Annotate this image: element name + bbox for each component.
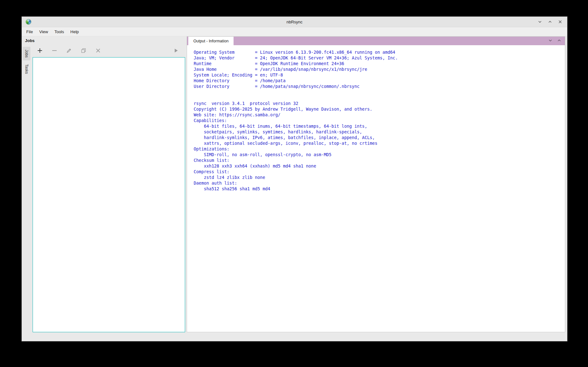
menubar: File View Tools Help: [22, 27, 567, 36]
side-tab-jobs[interactable]: Jobs: [23, 47, 30, 60]
tab-bar-corner-buttons: [547, 37, 565, 45]
minimize-button[interactable]: [537, 19, 543, 25]
tab-output-information[interactable]: Output - Information: [188, 37, 234, 45]
jobs-panel: Jobs Jobs Tasks: [22, 36, 185, 332]
chevron-up-icon: [557, 38, 561, 44]
minus-icon: [52, 48, 57, 54]
remove-job-button[interactable]: [52, 48, 57, 54]
status-bar: [22, 332, 567, 341]
copy-icon: [81, 48, 86, 54]
jobs-panel-title: Jobs: [25, 38, 34, 43]
edit-job-button[interactable]: [66, 48, 72, 54]
tab-list-button[interactable]: [547, 38, 554, 44]
add-job-button[interactable]: [37, 48, 43, 54]
jobs-panel-body: Jobs Tasks: [22, 45, 185, 332]
jobs-panel-content: [31, 45, 185, 332]
app-icon: [26, 19, 31, 25]
chevron-down-icon: [548, 38, 553, 44]
menu-item-help[interactable]: Help: [67, 27, 82, 36]
output-panel: Output - Information Operating Sys: [187, 36, 565, 332]
page-background: { "window": { "title": "nbRsync" }, "men…: [0, 0, 588, 367]
main-area: Jobs Jobs Tasks: [22, 36, 567, 332]
window-title: nbRsync: [22, 20, 567, 24]
pencil-icon: [66, 48, 72, 54]
app-window: nbRsync File View Tools Help: [22, 16, 567, 341]
plus-icon: [37, 48, 43, 54]
output-area[interactable]: Operating System = Linux version 6.13.9-…: [187, 45, 565, 332]
close-icon: [558, 19, 563, 24]
output-tab-bar: Output - Information: [187, 37, 565, 45]
duplicate-job-button[interactable]: [81, 48, 86, 54]
maximize-button[interactable]: [547, 19, 553, 25]
window-controls: [537, 19, 563, 25]
side-tab-tasks[interactable]: Tasks: [23, 61, 30, 77]
jobs-toolbar: [33, 45, 185, 57]
maximize-panel-button[interactable]: [556, 38, 562, 44]
close-button[interactable]: [557, 19, 563, 25]
jobs-panel-header[interactable]: Jobs: [22, 36, 185, 45]
chevron-down-icon: [537, 19, 542, 24]
delete-x-icon: [95, 48, 101, 54]
run-job-button[interactable]: [173, 48, 179, 54]
titlebar[interactable]: nbRsync: [22, 17, 567, 27]
play-icon: [173, 48, 179, 54]
output-text: Operating System = Linux version 6.13.9-…: [194, 50, 562, 192]
menu-item-view[interactable]: View: [36, 27, 51, 36]
delete-job-button[interactable]: [95, 48, 101, 54]
jobs-list[interactable]: [33, 57, 185, 332]
side-tab-strip: Jobs Tasks: [22, 45, 31, 332]
menu-item-tools[interactable]: Tools: [51, 27, 67, 36]
menu-item-file[interactable]: File: [23, 27, 36, 36]
chevron-up-icon: [547, 19, 553, 24]
